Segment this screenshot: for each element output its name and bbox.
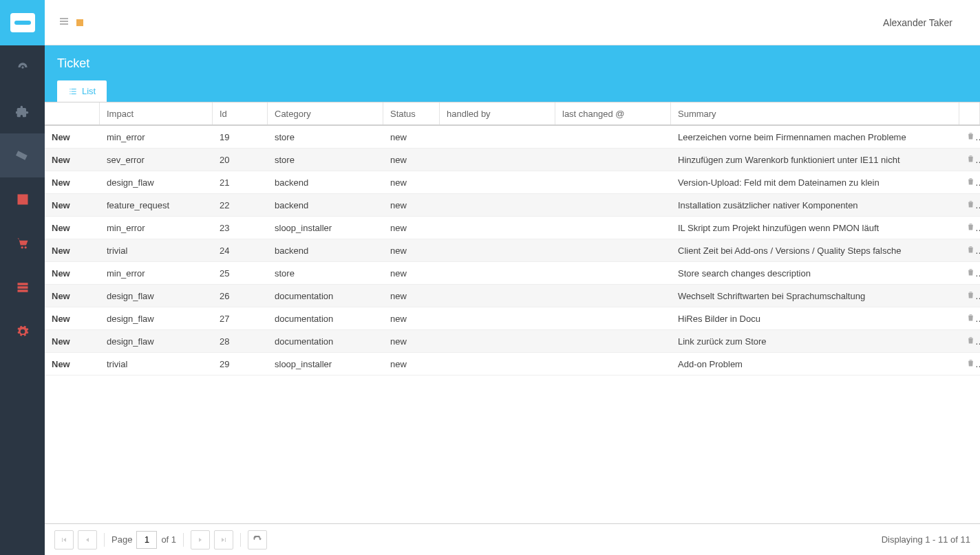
nav-plugins[interactable] — [0, 89, 45, 133]
delete-button[interactable] — [966, 314, 975, 324]
cell-summary: Store search changes description — [671, 268, 959, 279]
hamburger-icon — [58, 16, 70, 27]
delete-button[interactable] — [966, 268, 975, 279]
cell-status: new — [383, 359, 440, 369]
nav-settings[interactable] — [0, 309, 45, 353]
app-logo[interactable] — [0, 0, 45, 45]
cell-impact: trivial — [100, 359, 213, 369]
cell-id: 29 — [213, 359, 268, 369]
cell-category: backend — [268, 177, 383, 188]
pager-page-label: Page — [111, 534, 132, 545]
delete-button[interactable] — [966, 336, 975, 347]
table-row[interactable]: Newfeature_request22backendnewInstallati… — [45, 194, 980, 217]
cell-status: new — [383, 177, 440, 188]
cell-id: 24 — [213, 246, 268, 256]
cell-status: new — [383, 268, 440, 279]
cell-impact: trivial — [100, 246, 213, 256]
cell-new: New — [45, 223, 100, 233]
delete-button[interactable] — [966, 132, 975, 142]
nav-tickets[interactable] — [0, 133, 45, 177]
status-indicator — [76, 19, 83, 26]
topbar: Alexander Taker — [45, 0, 980, 45]
cell-summary: Add-on Problem — [671, 359, 959, 369]
cell-new: New — [45, 359, 100, 369]
table-row[interactable]: Newsev_error20storenewHinzufügen zum War… — [45, 149, 980, 171]
delete-button[interactable] — [966, 155, 975, 165]
col-summary[interactable]: Summary — [671, 102, 959, 124]
col-last-changed[interactable]: last changed @ — [555, 102, 671, 124]
col-status[interactable]: Status — [383, 102, 440, 124]
cell-impact: min_error — [100, 132, 213, 142]
nav-cart[interactable] — [0, 221, 45, 265]
nav-dashboard[interactable] — [0, 45, 45, 89]
cell-status: new — [383, 155, 440, 165]
pager-first[interactable] — [54, 530, 74, 549]
menu-toggle[interactable] — [58, 16, 70, 29]
cell-new: New — [45, 336, 100, 347]
pager-last[interactable] — [214, 530, 233, 549]
col-handled-by[interactable]: handled by — [440, 102, 555, 124]
user-name[interactable]: Alexander Taker — [883, 17, 966, 28]
cell-category: store — [268, 132, 383, 142]
pager-prev[interactable] — [78, 530, 97, 549]
cell-summary: Link zurück zum Store — [671, 336, 959, 347]
col-new[interactable] — [45, 102, 100, 124]
cell-status: new — [383, 314, 440, 324]
pager-page-input[interactable] — [136, 531, 157, 549]
cell-new: New — [45, 291, 100, 301]
cell-summary: Wechselt Schriftwarten bei Sprachumschal… — [671, 291, 959, 301]
cell-category: sloop_installer — [268, 223, 383, 233]
delete-button[interactable] — [966, 246, 975, 256]
cell-category: backend — [268, 200, 383, 210]
col-category[interactable]: Category — [268, 102, 383, 124]
delete-button[interactable] — [966, 200, 975, 210]
ticket-icon — [16, 149, 30, 162]
cell-new: New — [45, 155, 100, 165]
cart-icon — [16, 237, 30, 250]
tab-list-label: List — [82, 86, 96, 96]
table-row[interactable]: Newdesign_flaw21backendnewVersion-Upload… — [45, 171, 980, 194]
delete-button[interactable] — [966, 223, 975, 233]
cell-summary: HiRes Bilder in Docu — [671, 314, 959, 324]
table-row[interactable]: Newtrivial29sloop_installernewAdd-on Pro… — [45, 353, 980, 376]
table-row[interactable]: Newdesign_flaw26documentationnewWechselt… — [45, 285, 980, 307]
pager: Page of 1 Displaying 1 - 11 of 11 — [45, 523, 980, 555]
table-row[interactable]: Newtrivial24backendnewClient Zeit bei Ad… — [45, 239, 980, 262]
delete-button[interactable] — [966, 291, 975, 301]
cell-new: New — [45, 177, 100, 188]
puzzle-icon — [16, 105, 30, 118]
gauge-icon — [16, 61, 30, 74]
table-row[interactable]: Newmin_error23sloop_installernewIL Skrip… — [45, 217, 980, 239]
last-icon — [220, 536, 228, 544]
first-icon — [60, 536, 68, 544]
nav-images[interactable] — [0, 177, 45, 221]
cell-id: 27 — [213, 314, 268, 324]
table-row[interactable]: Newdesign_flaw27documentationnewHiRes Bi… — [45, 307, 980, 330]
cell-impact: design_flaw — [100, 291, 213, 301]
tab-list[interactable]: List — [57, 80, 107, 102]
cell-summary: Version-Upload: Feld mit dem Dateinamen … — [671, 177, 959, 188]
next-icon — [196, 536, 204, 544]
table-row[interactable]: Newdesign_flaw28documentationnewLink zur… — [45, 330, 980, 353]
cell-status: new — [383, 132, 440, 142]
cell-summary: Hinzufügen zum Warenkorb funktioniert un… — [671, 155, 959, 165]
col-id[interactable]: Id — [213, 102, 268, 124]
cell-summary: Installation zusätzlicher nativer Kompon… — [671, 200, 959, 210]
nav-servers[interactable] — [0, 265, 45, 309]
pager-refresh[interactable] — [248, 530, 267, 549]
cell-id: 28 — [213, 336, 268, 347]
cell-id: 22 — [213, 200, 268, 210]
pager-next[interactable] — [191, 530, 210, 549]
cell-impact: design_flaw — [100, 177, 213, 188]
col-impact[interactable]: Impact — [100, 102, 213, 124]
delete-button[interactable] — [966, 177, 975, 188]
cell-id: 20 — [213, 155, 268, 165]
image-icon — [16, 193, 30, 206]
table-row[interactable]: Newmin_error19storenewLeerzeichen vorne … — [45, 126, 980, 149]
cell-id: 25 — [213, 268, 268, 279]
table-row[interactable]: Newmin_error25storenewStore search chang… — [45, 262, 980, 285]
cogs-icon — [16, 325, 30, 338]
cell-category: documentation — [268, 314, 383, 324]
cell-impact: design_flaw — [100, 314, 213, 324]
delete-button[interactable] — [966, 359, 975, 369]
